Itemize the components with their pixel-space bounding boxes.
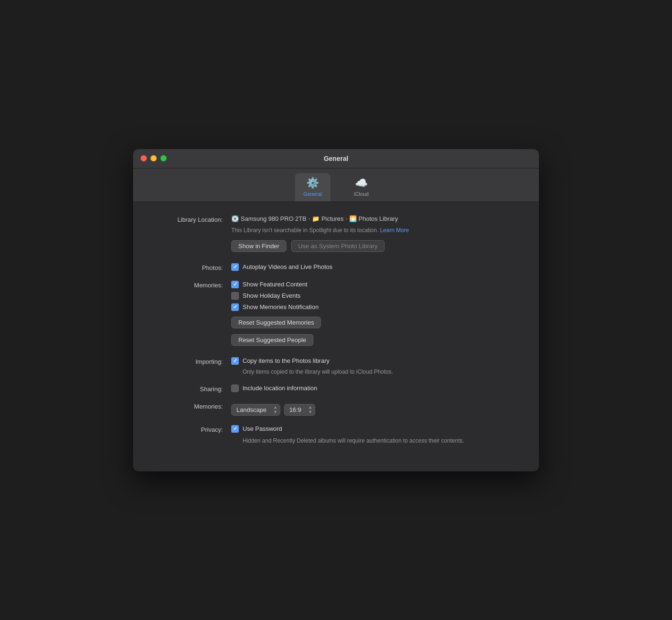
importing-label: Importing: <box>156 357 231 365</box>
library-location-label: Library Location: <box>156 215 231 223</box>
show-holiday-label: Show Holiday Events <box>243 292 301 299</box>
photos-section: Photos: Autoplay Videos and Live Photos <box>156 263 516 271</box>
show-notification-label: Show Memories Notification <box>243 303 319 310</box>
show-holiday-checkbox[interactable] <box>231 292 239 300</box>
people-buttons: Reset Suggested People <box>231 334 516 346</box>
memories-label: Memories: <box>156 281 231 289</box>
maximize-button[interactable] <box>160 155 167 161</box>
show-holiday-row: Show Holiday Events <box>231 292 516 300</box>
preferences-window: General ⚙️ General ☁️ iCloud Library Loc… <box>133 149 539 471</box>
path-arrow-2: › <box>345 216 347 221</box>
privacy-label: Privacy: <box>156 425 231 433</box>
content-area: Library Location: 💽 Samsung 980 PRO 2TB … <box>133 202 539 471</box>
library-name: Photos Library <box>359 215 398 222</box>
importing-content: Copy items to the Photos library Only it… <box>231 357 516 375</box>
copy-items-row: Copy items to the Photos library <box>231 357 516 365</box>
tab-icloud-label: iCloud <box>354 191 369 197</box>
tab-icloud[interactable]: ☁️ iCloud <box>345 173 377 201</box>
gear-icon: ⚙️ <box>306 177 319 189</box>
folder-icon: 📁 <box>312 215 319 222</box>
library-note: This Library isn't searchable in Spotlig… <box>231 227 516 234</box>
autoplay-label: Autoplay Videos and Live Photos <box>243 263 333 270</box>
copy-items-label: Copy items to the Photos library <box>243 357 329 364</box>
folder-name: Pictures <box>321 215 344 222</box>
autoplay-checkbox[interactable] <box>231 263 239 271</box>
use-as-system-button[interactable]: Use as System Photo Library <box>291 240 385 252</box>
use-password-row: Use Password <box>231 425 516 433</box>
show-featured-checkbox[interactable] <box>231 281 239 288</box>
window-title: General <box>324 155 348 162</box>
titlebar: General <box>133 149 539 168</box>
library-icon: 🌅 <box>349 215 357 222</box>
privacy-note: Hidden and Recently Deleted albums will … <box>243 436 516 445</box>
show-notification-row: Show Memories Notification <box>231 303 516 311</box>
show-featured-row: Show Featured Content <box>231 281 516 288</box>
tab-general[interactable]: ⚙️ General <box>295 173 330 201</box>
library-location-section: Library Location: 💽 Samsung 980 PRO 2TB … <box>156 215 516 254</box>
show-featured-label: Show Featured Content <box>243 281 307 288</box>
reset-memories-button[interactable]: Reset Suggested Memories <box>231 317 321 328</box>
include-location-row: Include location information <box>231 385 516 392</box>
photos-content: Autoplay Videos and Live Photos <box>231 263 516 271</box>
use-password-checkbox[interactable] <box>231 425 239 433</box>
memories-section: Memories: Show Featured Content Show Hol… <box>156 281 516 348</box>
sharing-content: Include location information <box>231 385 516 392</box>
sharing-label: Sharing: <box>156 385 231 393</box>
sharing-section: Sharing: Include location information <box>156 385 516 393</box>
memories-export-section: Memories: Landscape Portrait ▲ ▼ <box>156 402 516 416</box>
memories-content: Show Featured Content Show Holiday Event… <box>231 281 516 348</box>
show-notification-checkbox[interactable] <box>231 303 239 311</box>
library-location-content: 💽 Samsung 980 PRO 2TB › 📁 Pictures › 🌅 P… <box>231 215 516 254</box>
include-location-label: Include location information <box>243 385 317 392</box>
show-in-finder-button[interactable]: Show in Finder <box>231 240 286 252</box>
copy-items-checkbox[interactable] <box>231 357 239 365</box>
drive-name: Samsung 980 PRO 2TB <box>241 215 306 222</box>
autoplay-row: Autoplay Videos and Live Photos <box>231 263 516 271</box>
memories-export-content: Landscape Portrait ▲ ▼ 16:9 4:3 1:1 <box>231 402 516 416</box>
orientation-select[interactable]: Landscape Portrait <box>231 404 280 416</box>
reset-people-button[interactable]: Reset Suggested People <box>231 334 313 346</box>
tab-general-label: General <box>303 191 322 197</box>
ratio-select-wrapper: 16:9 4:3 1:1 ▲ ▼ <box>284 404 315 416</box>
library-path: 💽 Samsung 980 PRO 2TB › 📁 Pictures › 🌅 P… <box>231 215 516 222</box>
orientation-select-wrapper: Landscape Portrait ▲ ▼ <box>231 404 280 416</box>
library-buttons: Show in Finder Use as System Photo Libra… <box>231 240 516 252</box>
cloud-icon: ☁️ <box>355 177 368 189</box>
learn-more-link[interactable]: Learn More <box>380 227 409 234</box>
privacy-section: Privacy: Use Password Hidden and Recentl… <box>156 425 516 445</box>
memories-buttons: Reset Suggested Memories <box>231 317 516 328</box>
use-password-label: Use Password <box>243 425 282 432</box>
traffic-lights <box>141 155 167 161</box>
memories-export-label: Memories: <box>156 402 231 410</box>
memories-controls: Landscape Portrait ▲ ▼ 16:9 4:3 1:1 <box>231 404 516 416</box>
ratio-select[interactable]: 16:9 4:3 1:1 <box>284 404 315 416</box>
drive-icon: 💽 <box>231 215 239 222</box>
path-arrow-1: › <box>308 216 310 221</box>
photos-label: Photos: <box>156 263 231 271</box>
privacy-content: Use Password Hidden and Recently Deleted… <box>231 425 516 445</box>
include-location-checkbox[interactable] <box>231 385 239 392</box>
close-button[interactable] <box>141 155 147 161</box>
toolbar: ⚙️ General ☁️ iCloud <box>133 168 539 202</box>
copy-items-note: Only items copied to the library will up… <box>243 369 516 375</box>
importing-section: Importing: Copy items to the Photos libr… <box>156 357 516 375</box>
minimize-button[interactable] <box>151 155 157 161</box>
